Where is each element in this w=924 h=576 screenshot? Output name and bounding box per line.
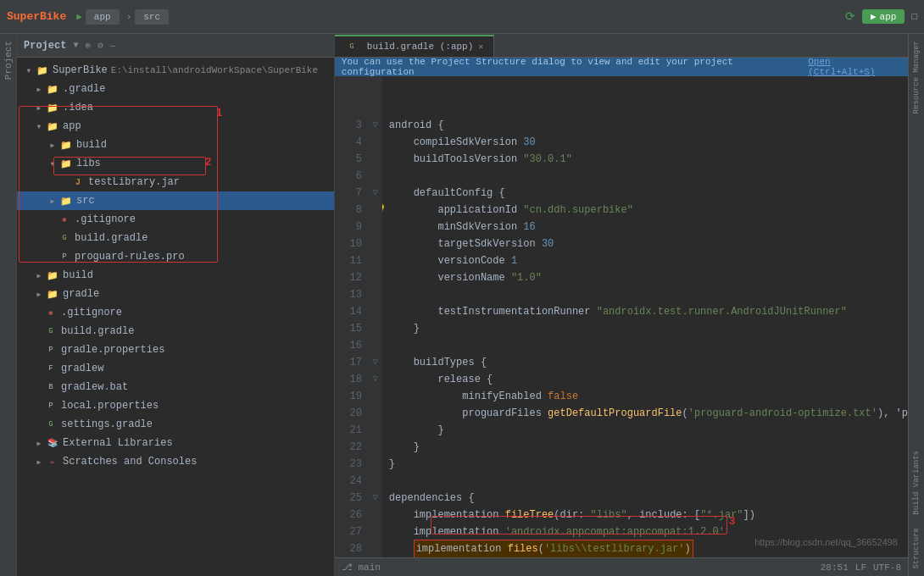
gradle-icon-settings: G: [44, 419, 58, 429]
root-path: E:\install\androidWorkSpace\SuperBike: [111, 65, 318, 75]
folder-icon-libs: 📁: [59, 158, 73, 169]
tree-item-scratches[interactable]: ✏ Scratches and Consoles: [17, 452, 334, 471]
fold-17[interactable]: ▽: [369, 354, 382, 371]
editor-tab-label: build.gradle (:app): [367, 42, 473, 52]
code-line-26: implementation fileTree(dir: "libs", inc…: [389, 507, 908, 523]
tree-item-buildgradle-root[interactable]: G build.gradle: [17, 322, 334, 341]
tree-root[interactable]: 📁 SuperBike E:\install\androidWorkSpace\…: [17, 61, 334, 80]
label-buildgradle-app: build.gradle: [75, 232, 148, 244]
tree-item-app[interactable]: 📁 app: [17, 117, 334, 136]
project-toolbar: Project ▼ ⊕ ⚙ —: [17, 34, 334, 58]
label-local-props: local.properties: [61, 400, 159, 412]
folder-icon-gradle: 📁: [46, 84, 59, 94]
editor-content[interactable]: 3 4 5 6 7 8 9 10 11 12 13 14 15 16 17 18…: [335, 76, 908, 557]
label-idea: .idea: [63, 102, 93, 114]
code-line-16: [389, 337, 908, 354]
root-label: SuperBike: [53, 64, 108, 76]
run-icon: ▶: [76, 11, 82, 22]
label-buildgradle-root: build.gradle: [61, 325, 134, 337]
encoding: UTF-8: [873, 562, 901, 573]
code-line-24: [389, 473, 908, 490]
tree-item-idea[interactable]: 📁 .idea: [17, 98, 334, 117]
code-content[interactable]: android { compileSdkVersion 30 buildTool…: [382, 76, 908, 557]
code-line-3: android {: [389, 117, 908, 134]
lightbulb-icon[interactable]: 💡: [382, 202, 387, 219]
tree-item-build-root[interactable]: 📁 build: [17, 266, 334, 285]
code-line-18: release {: [389, 371, 908, 388]
code-line-19: minifyEnabled false: [389, 388, 908, 405]
folder-icon-build-root: 📁: [46, 270, 59, 280]
prop-icon-gradle: P: [44, 345, 58, 355]
right-side-strip: Resource Manager Build Variants Structur…: [908, 34, 924, 576]
tree-item-src[interactable]: 📁 src: [17, 191, 334, 210]
arrow-build-root: [34, 270, 44, 280]
structure-tab[interactable]: Structure: [909, 521, 924, 576]
tree-item-testlibrary[interactable]: J testLibrary.jar: [17, 173, 334, 191]
tree-item-gradlew[interactable]: F gradlew: [17, 359, 334, 378]
gradle-tab-icon: G: [345, 42, 359, 52]
tree-item-gradle-root[interactable]: 📁 gradle: [17, 285, 334, 303]
label-gitignore-root: .gitignore: [61, 307, 122, 318]
arrow-build-app: [47, 140, 58, 150]
label-gradlew-bat: gradlew.bat: [61, 381, 128, 393]
code-line-7: defaultConfig {: [389, 185, 908, 202]
tree-item-gradle-hidden[interactable]: 📁 .gradle: [17, 80, 334, 98]
code-line-15: }: [389, 320, 908, 337]
sync-icon[interactable]: ⊕: [85, 40, 91, 51]
gradle-sync-icon[interactable]: ⟳: [845, 9, 855, 24]
label-testlibrary: testLibrary.jar: [88, 176, 180, 188]
arrow-gradle-root: [34, 289, 44, 299]
settings-icon[interactable]: ⚙: [97, 40, 103, 51]
line-sep: LF: [855, 562, 866, 573]
label-gradle-root: gradle: [63, 288, 99, 300]
arrow-app: [34, 121, 44, 131]
tree-item-settings-gradle[interactable]: G settings.gradle: [17, 415, 334, 434]
editor-tab-buildgradle[interactable]: G build.gradle (:app) ✕: [335, 35, 494, 57]
run-button[interactable]: ▶ app: [862, 9, 905, 24]
tab-close-btn[interactable]: ✕: [478, 42, 483, 52]
project-panel: Project ▼ ⊕ ⚙ — 📁 SuperBike E:\install\a…: [17, 34, 335, 576]
code-line-22: }: [389, 439, 908, 456]
label-libs: libs: [76, 158, 101, 169]
arrow-src: [47, 196, 58, 206]
external-icon: 📚: [46, 438, 59, 448]
tree-item-build-app[interactable]: 📁 build: [17, 136, 334, 154]
fold-3[interactable]: ▽: [369, 117, 382, 134]
fold-25[interactable]: ▽: [369, 490, 382, 507]
tree-item-libs[interactable]: 📁 libs: [17, 154, 334, 173]
build-variants-tab[interactable]: Build Variants: [909, 444, 924, 522]
tree-item-proguard[interactable]: P proguard-rules.pro: [17, 247, 334, 266]
code-line-10: targetSdkVersion 30: [389, 235, 908, 252]
line-numbers: 3 4 5 6 7 8 9 10 11 12 13 14 15 16 17 18…: [335, 76, 369, 557]
info-bar-link[interactable]: Open (Ctrl+Alt+S): [808, 57, 901, 77]
code-line-12: versionName "1.0": [389, 269, 908, 286]
label-build-root: build: [63, 269, 93, 281]
tab-app[interactable]: app: [86, 9, 120, 25]
minimize-icon[interactable]: —: [110, 41, 116, 51]
tree-item-external-libs[interactable]: 📚 External Libraries: [17, 434, 334, 452]
label-src: src: [76, 195, 95, 207]
tab-src[interactable]: src: [135, 9, 169, 25]
fold-18[interactable]: ▽: [369, 371, 382, 388]
tree-item-gitignore-root[interactable]: ✱ .gitignore: [17, 303, 334, 322]
code-line-23: }: [389, 456, 908, 473]
tree-item-gradlew-bat[interactable]: B gradlew.bat: [17, 378, 334, 396]
resource-manager-tab[interactable]: Resource Manager: [909, 34, 924, 120]
project-tab[interactable]: Project: [0, 34, 17, 86]
app-logo: SuperBike: [7, 10, 66, 23]
tree-item-buildgradle-app[interactable]: G build.gradle: [17, 229, 334, 247]
code-line-8: 💡 applicationId "cn.ddh.superbike": [389, 202, 908, 219]
folder-icon-gradle-root: 📁: [46, 289, 59, 299]
panel-dropdown[interactable]: ▼: [73, 41, 78, 50]
fold-7[interactable]: ▽: [369, 185, 382, 202]
label-scratches: Scratches and Consoles: [63, 456, 197, 468]
folder-icon-app: 📁: [46, 121, 59, 131]
project-tree: 📁 SuperBike E:\install\androidWorkSpace\…: [17, 58, 334, 576]
window-icon[interactable]: □: [911, 12, 917, 22]
tree-item-gradle-props[interactable]: P gradle.properties: [17, 341, 334, 359]
code-line-5: buildToolsVersion "30.0.1": [389, 151, 908, 168]
tree-item-gitignore-app[interactable]: ✱ .gitignore: [17, 210, 334, 229]
label-gradle-props: gradle.properties: [61, 344, 164, 356]
tree-item-local-props[interactable]: P local.properties: [17, 396, 334, 415]
watermark: https://blog.csdn.net/qq_36652498: [754, 534, 898, 551]
